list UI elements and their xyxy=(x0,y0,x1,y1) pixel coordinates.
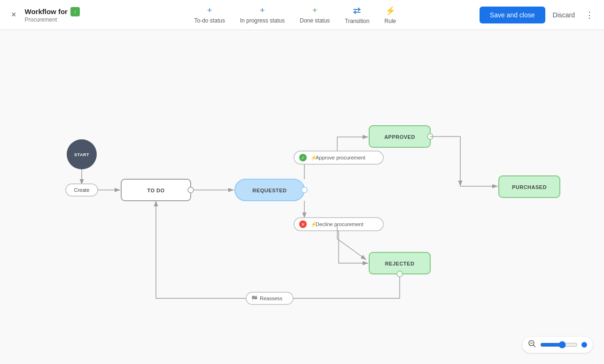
zoom-out-icon[interactable] xyxy=(528,340,536,350)
todo-status-icon: + xyxy=(207,6,212,15)
svg-text:REQUESTED: REQUESTED xyxy=(253,188,287,193)
todo-status-label: To-do status xyxy=(194,17,225,24)
svg-text:PURCHASED: PURCHASED xyxy=(512,184,547,190)
toolbar-inprogress-status[interactable]: + In progress status xyxy=(240,6,285,24)
toolbar-transition[interactable]: Transition xyxy=(345,6,369,24)
workflow-title-block: Workflow for ↑ Procurement xyxy=(25,7,80,23)
svg-text:✕: ✕ xyxy=(301,222,305,227)
close-button[interactable]: × xyxy=(8,8,20,22)
workflow-subtitle: Procurement xyxy=(25,16,80,23)
zoom-slider[interactable] xyxy=(540,341,578,349)
svg-text:Create: Create xyxy=(74,187,89,193)
workflow-title-icon: ↑ xyxy=(70,7,80,16)
transition-label: Transition xyxy=(345,18,369,24)
zoom-control xyxy=(522,337,593,353)
inprogress-status-icon: + xyxy=(260,6,265,15)
svg-point-10 xyxy=(302,187,307,193)
svg-text:Reassess: Reassess xyxy=(260,296,283,301)
workflow-title: Workflow for ↑ xyxy=(25,7,80,16)
done-status-label: Done status xyxy=(300,17,330,24)
toolbar: + To-do status + In progress status + Do… xyxy=(111,6,480,24)
zoom-thumb xyxy=(581,342,587,348)
toolbar-done-status[interactable]: + Done status xyxy=(300,6,330,24)
svg-line-28 xyxy=(534,345,535,347)
toolbar-todo-status[interactable]: + To-do status xyxy=(194,6,225,24)
rule-label: Rule xyxy=(385,18,396,24)
svg-text:TO DO: TO DO xyxy=(147,188,164,193)
header-left: × Workflow for ↑ Procurement xyxy=(8,7,111,23)
svg-text:START: START xyxy=(74,152,89,157)
done-status-icon: + xyxy=(312,6,317,15)
svg-text:APPROVED: APPROVED xyxy=(384,134,415,140)
inprogress-status-label: In progress status xyxy=(240,17,285,24)
svg-point-23 xyxy=(397,271,403,277)
workflow-canvas[interactable]: START Create TO DO REQUESTED ✓ ⚡ Approve… xyxy=(0,30,604,364)
svg-text:Approve procurement: Approve procurement xyxy=(316,155,365,160)
workflow-diagram: START Create TO DO REQUESTED ✓ ⚡ Approve… xyxy=(0,30,604,364)
discard-button[interactable]: Discard xyxy=(549,7,579,23)
svg-text:REJECTED: REJECTED xyxy=(385,261,415,266)
workflow-title-text: Workflow for xyxy=(25,8,68,15)
svg-text:Decline procurement: Decline procurement xyxy=(316,221,364,227)
rule-icon: ⚡ xyxy=(385,6,395,16)
svg-text:✓: ✓ xyxy=(301,155,305,160)
svg-point-7 xyxy=(188,187,194,193)
toolbar-rule[interactable]: ⚡ Rule xyxy=(385,6,396,24)
save-close-button[interactable]: Save and close xyxy=(480,7,545,23)
header: × Workflow for ↑ Procurement + To-do sta… xyxy=(0,0,604,30)
transition-icon xyxy=(352,6,362,16)
more-options-button[interactable]: ⋮ xyxy=(582,8,596,22)
svg-text:🏁: 🏁 xyxy=(251,295,258,302)
header-right: Save and close Discard ⋮ xyxy=(480,7,596,23)
